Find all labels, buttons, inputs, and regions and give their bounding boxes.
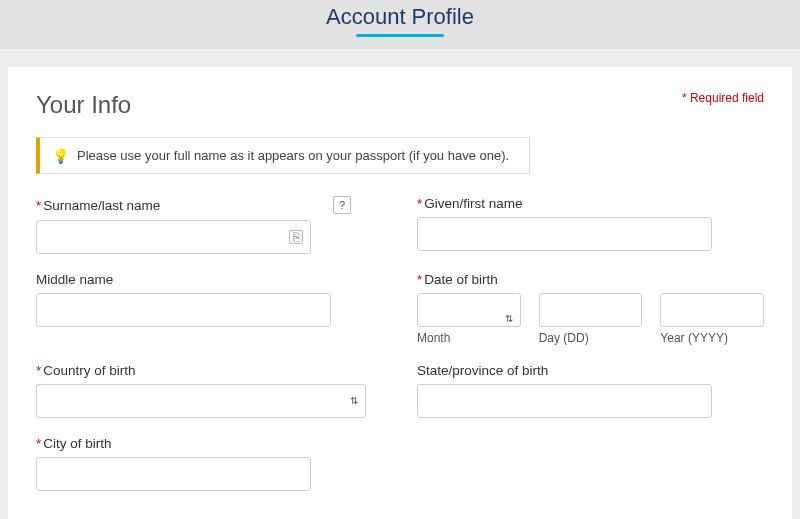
help-button-surname[interactable]: ? (333, 196, 351, 214)
given-name-input[interactable] (417, 217, 712, 251)
label-given: *Given/first name (417, 196, 764, 211)
label-country: *Country of birth (36, 363, 383, 378)
form-panel: Your Info * Required field 💡 Please use … (8, 67, 792, 519)
field-state-of-birth: State/province of birth (417, 363, 764, 418)
section-title: Your Info (36, 91, 131, 119)
surname-input[interactable] (36, 220, 311, 254)
field-country-of-birth: *Country of birth ⇅ (36, 363, 383, 418)
label-city: *City of birth (36, 436, 383, 451)
field-city-of-birth: *City of birth (36, 436, 383, 491)
form-grid: *Surname/last name ? ⎘ *Given/first name… (36, 196, 764, 491)
required-field-note: * Required field (682, 91, 764, 105)
header-band: Account Profile (0, 0, 800, 49)
section-header: Your Info * Required field (36, 91, 764, 137)
passport-hint: 💡 Please use your full name as it appear… (36, 137, 530, 174)
middle-name-input[interactable] (36, 293, 331, 327)
state-input[interactable] (417, 384, 712, 418)
city-input[interactable] (36, 457, 311, 491)
field-dob: *Date of birth ⇅ Month Day (DD) Year (YY… (417, 272, 764, 345)
sublabel-day: Day (DD) (539, 331, 643, 345)
label-middle: Middle name (36, 272, 383, 287)
field-middle-name: Middle name (36, 272, 383, 345)
label-surname: *Surname/last name (36, 198, 160, 213)
dob-year-input[interactable] (660, 293, 764, 327)
dob-day-input[interactable] (539, 293, 643, 327)
empty-cell (417, 436, 764, 491)
page-title: Account Profile (0, 4, 800, 34)
header-underline (356, 34, 444, 37)
sublabel-month: Month (417, 331, 521, 345)
sublabel-year: Year (YYYY) (660, 331, 764, 345)
field-surname: *Surname/last name ? ⎘ (36, 196, 383, 254)
autofill-icon: ⎘ (289, 230, 303, 244)
label-state: State/province of birth (417, 363, 764, 378)
label-dob: *Date of birth (417, 272, 764, 287)
field-given-name: *Given/first name (417, 196, 764, 254)
country-select[interactable] (36, 384, 366, 418)
lightbulb-icon: 💡 (52, 149, 69, 163)
hint-text: Please use your full name as it appears … (77, 148, 509, 163)
dob-month-select[interactable] (417, 293, 521, 327)
